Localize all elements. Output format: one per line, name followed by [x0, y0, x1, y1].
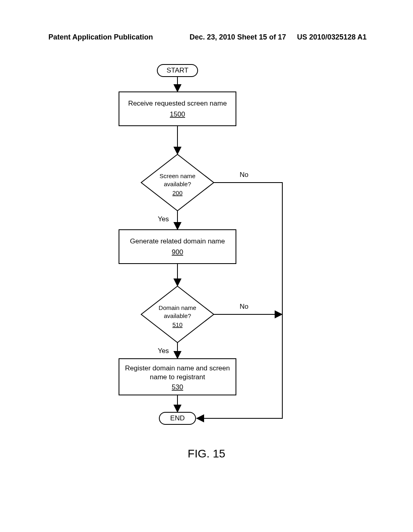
process-box-1500: Receive requested screen name 1500 — [119, 92, 236, 126]
dec2-l2: available? — [164, 312, 191, 319]
box3-l2: name to registrant — [150, 373, 205, 381]
dec2-yes: Yes — [158, 347, 169, 355]
decision-510: Domain name available? 510 — [141, 286, 214, 343]
dec1-yes: Yes — [158, 215, 169, 223]
header-right: US 2010/0325128 A1 — [297, 33, 367, 42]
box2-text: Generate related domain name — [130, 237, 225, 245]
start-label: START — [167, 66, 188, 74]
decision-200: Screen name available? 200 — [141, 154, 214, 211]
dec1-l2: available? — [164, 181, 191, 187]
dec1-no: No — [240, 171, 248, 179]
box2-num: 900 — [172, 248, 183, 256]
header-left: Patent Application Publication — [48, 33, 153, 42]
process-box-900: Generate related domain name 900 — [119, 230, 236, 264]
process-box-530: Register domain name and screen name to … — [119, 359, 236, 395]
dec2-no: No — [240, 303, 248, 310]
end-label: END — [170, 414, 185, 422]
dec1-num: 200 — [172, 189, 182, 196]
dec2-l1: Domain name — [159, 304, 196, 311]
connector-end-merge — [198, 407, 282, 418]
figure-label: FIG. 15 — [0, 447, 413, 460]
box1-text: Receive requested screen name — [128, 100, 227, 107]
dec2-num: 510 — [172, 321, 182, 328]
svg-rect-3 — [119, 230, 236, 264]
terminator-end: END — [159, 412, 196, 424]
dec1-l1: Screen name — [159, 172, 195, 179]
terminator-start: START — [157, 64, 198, 77]
svg-rect-1 — [119, 92, 236, 126]
header-center: Dec. 23, 2010 Sheet 15 of 17 — [190, 33, 286, 42]
box1-num: 1500 — [170, 110, 185, 118]
box3-num: 530 — [172, 383, 183, 391]
flowchart: START Receive requested screen name 1500… — [0, 56, 413, 459]
box3-l1: Register domain name and screen — [125, 364, 230, 372]
